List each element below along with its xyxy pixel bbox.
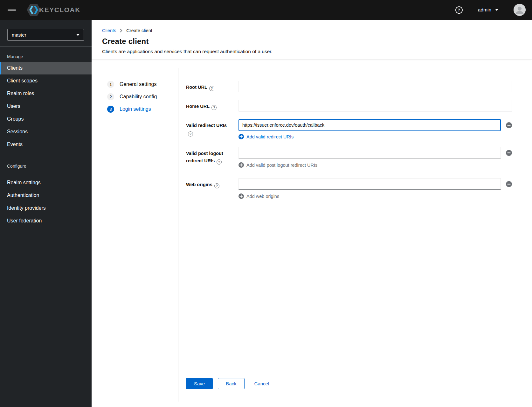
question-circle-icon[interactable] (214, 183, 219, 188)
remove-web-origin-button[interactable] (506, 181, 512, 187)
user-avatar-icon (514, 4, 526, 16)
wizard-step-general-settings[interactable]: 1 General settings (107, 81, 157, 88)
current-realm: master (12, 32, 26, 38)
sidebar-item-user-federation[interactable]: User federation (0, 214, 92, 227)
sidebar-item-identity-providers[interactable]: Identity providers (0, 202, 92, 214)
web-origins-row: Web origins (186, 178, 512, 199)
step-number: 1 (107, 81, 114, 88)
valid-redirect-uris-row: Valid redirect URIs https://issuer.enfor… (186, 119, 512, 139)
add-valid-redirect-uris-button[interactable]: Add valid redirect URIs (238, 134, 294, 139)
breadcrumb-current: Create client (126, 27, 152, 34)
step-number: 3 (107, 106, 114, 113)
sidebar-item-events[interactable]: Events (0, 138, 92, 151)
nav-section-title-configure: Configure (0, 164, 92, 172)
step-label: General settings (120, 81, 157, 87)
page-header: Clients Create client Create client Clie… (92, 20, 532, 60)
plus-circle-icon (238, 134, 244, 139)
sidebar-item-groups[interactable]: Groups (0, 113, 92, 125)
question-circle-icon[interactable] (188, 131, 193, 137)
valid-post-logout-redirect-uris-row: Valid post logout redirect URIs (186, 147, 512, 168)
wizard-step-capability-config[interactable]: 2 Capability config (107, 93, 157, 100)
angle-right-icon (120, 29, 123, 32)
sidebar-item-users[interactable]: Users (0, 100, 92, 113)
remove-post-logout-uri-button[interactable] (506, 150, 512, 156)
plus-circle-icon (238, 193, 244, 199)
minus-circle-icon (506, 150, 512, 156)
home-url-row: Home URL (186, 100, 512, 111)
root-url-row: Root URL (186, 81, 512, 92)
sidebar: master Manage Clients Client scopes Real… (0, 20, 92, 407)
remove-redirect-uri-button[interactable] (506, 122, 512, 128)
step-label: Login settings (120, 106, 151, 112)
question-circle-icon[interactable] (217, 159, 222, 165)
breadcrumb-clients-link[interactable]: Clients (102, 27, 116, 34)
hamburger-menu-icon[interactable] (6, 8, 18, 12)
minus-circle-icon (506, 122, 512, 128)
minus-circle-icon (506, 181, 512, 187)
plus-circle-icon (238, 162, 244, 168)
cancel-link[interactable]: Cancel (254, 381, 269, 386)
web-origins-input[interactable] (238, 178, 501, 190)
back-button[interactable]: Back (218, 378, 244, 389)
help-icon[interactable] (455, 6, 463, 14)
sidebar-nav: Manage Clients Client scopes Realm roles… (0, 49, 92, 227)
sidebar-item-realm-settings[interactable]: Realm settings (0, 176, 92, 189)
wizard-step-login-settings[interactable]: 3 Login settings (107, 106, 151, 113)
wizard-content: 1 General settings 2 Capability config 3… (92, 60, 532, 407)
chevron-down-icon (76, 34, 79, 36)
home-url-label: Home URL (186, 100, 227, 111)
breadcrumb: Clients Create client (102, 27, 522, 34)
form-actions: Save Back Cancel (186, 378, 512, 389)
sidebar-item-sessions[interactable]: Sessions (0, 125, 92, 138)
chevron-down-icon (495, 9, 498, 11)
question-circle-icon[interactable] (209, 86, 214, 91)
add-valid-post-logout-redirect-uris-button[interactable]: Add valid post logout redirect URIs (238, 162, 317, 168)
hamburger-bars (8, 10, 16, 11)
root-url-label: Root URL (186, 81, 227, 92)
sidebar-item-realm-roles[interactable]: Realm roles (0, 87, 92, 100)
sidebar-item-clients[interactable]: Clients (0, 62, 92, 74)
main-content: Clients Create client Create client Clie… (92, 20, 532, 407)
valid-redirect-uris-label: Valid redirect URIs (186, 119, 227, 139)
sidebar-item-authentication[interactable]: Authentication (0, 189, 92, 202)
login-settings-form: Root URL Home URL (178, 68, 532, 402)
page-subtitle: Clients are applications and services th… (102, 48, 522, 55)
valid-redirect-uris-input[interactable]: https://issuer.enforce.dev/oauth/callbac… (238, 119, 501, 131)
masthead: KEYCLOAK admin (0, 0, 532, 20)
page-title: Create client (102, 37, 522, 46)
wizard-nav: 1 General settings 2 Capability config 3… (92, 68, 178, 402)
valid-post-logout-redirect-uris-input[interactable] (238, 147, 501, 158)
valid-post-logout-redirect-uris-label: Valid post logout redirect URIs (186, 147, 227, 168)
text-cursor (325, 122, 325, 128)
step-number: 2 (107, 93, 114, 100)
valid-redirect-uris-value: https://issuer.enforce.dev/oauth/callbac… (242, 123, 324, 128)
nav-section-title-manage: Manage (0, 49, 92, 62)
sidebar-item-client-scopes[interactable]: Client scopes (0, 74, 92, 87)
username: admin (478, 7, 491, 13)
realm-selector-dropdown[interactable]: master (7, 29, 84, 41)
keycloak-admin-console: KEYCLOAK admin master (0, 0, 532, 407)
user-menu-dropdown[interactable]: admin (476, 7, 500, 13)
step-label: Capability config (120, 94, 157, 100)
sidebar-divider (0, 46, 92, 46)
brand-text: KEYCLOAK (39, 6, 80, 14)
root-url-input[interactable] (238, 81, 512, 92)
user-avatar[interactable] (514, 4, 526, 16)
add-web-origins-button[interactable]: Add web origins (238, 193, 279, 199)
web-origins-label: Web origins (186, 178, 227, 199)
keycloak-logo: KEYCLOAK (26, 4, 80, 16)
home-url-input[interactable] (238, 100, 512, 111)
save-button[interactable]: Save (186, 378, 213, 389)
question-circle-icon[interactable] (211, 105, 217, 110)
